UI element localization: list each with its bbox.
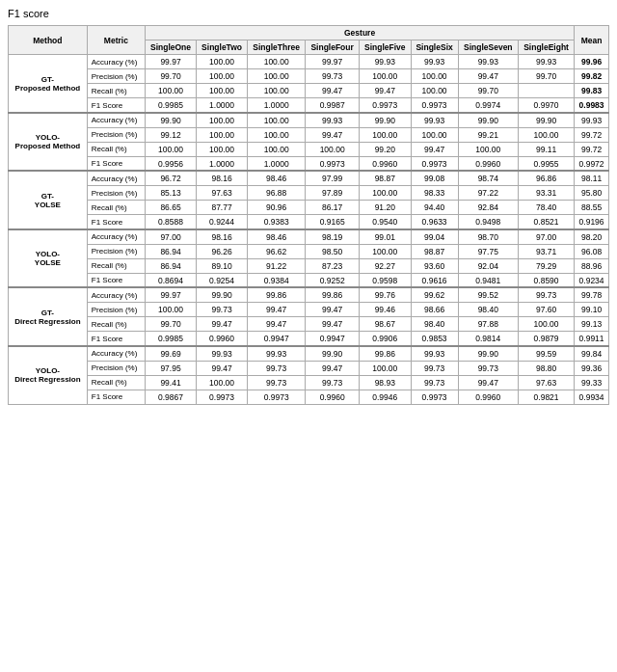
data-cell: 100.00	[518, 317, 574, 332]
data-cell: 99.90	[518, 113, 574, 128]
data-cell: 99.93	[518, 55, 574, 69]
data-cell: 1.0000	[197, 98, 248, 113]
data-cell: 100.00	[197, 84, 248, 98]
data-cell: 0.9633	[411, 215, 458, 229]
data-cell: 100.00	[197, 69, 248, 84]
data-cell: 98.87	[359, 171, 411, 186]
data-cell: 78.40	[518, 201, 574, 215]
mean-cell: 98.20	[575, 229, 609, 245]
table-row: Precision (%)97.9599.4799.7399.47100.009…	[9, 361, 609, 375]
data-cell: 92.27	[359, 258, 411, 273]
data-cell: 0.9853	[411, 332, 458, 346]
metric-cell: Precision (%)	[87, 127, 145, 142]
data-cell: 99.20	[359, 142, 411, 156]
metric-cell: Recall (%)	[87, 258, 145, 273]
data-cell: 99.47	[248, 317, 306, 332]
data-cell: 97.88	[458, 317, 518, 332]
data-cell: 99.70	[458, 84, 518, 98]
data-cell: 98.50	[306, 244, 360, 258]
data-cell: 99.86	[359, 346, 411, 362]
data-cell: 99.90	[306, 346, 360, 362]
data-cell: 0.9252	[306, 273, 360, 287]
data-cell: 98.16	[197, 229, 248, 245]
mean-cell: 0.9196	[575, 215, 609, 229]
data-cell: 96.26	[197, 244, 248, 258]
data-cell: 100.00	[145, 84, 196, 98]
data-cell: 99.04	[411, 229, 458, 245]
data-cell: 0.9384	[248, 273, 306, 287]
data-cell: 0.9970	[518, 98, 574, 113]
metric-cell: F1 Score	[87, 273, 145, 287]
metric-cell: Accuracy (%)	[87, 287, 145, 303]
table-row: GT-Proposed MethodAccuracy (%)99.97100.0…	[9, 55, 609, 69]
table-row: Recall (%)100.00100.00100.0099.4799.4710…	[9, 84, 609, 98]
data-cell: 98.40	[458, 303, 518, 317]
data-cell: 99.69	[145, 346, 196, 362]
data-cell: 85.13	[145, 186, 196, 201]
data-cell: 0.8521	[518, 215, 574, 229]
mean-cell: 99.13	[575, 317, 609, 332]
data-cell: 99.73	[306, 69, 360, 84]
mean-cell: 88.55	[575, 201, 609, 215]
data-cell: 99.73	[197, 303, 248, 317]
mean-cell: 99.10	[575, 303, 609, 317]
data-cell: 96.86	[518, 171, 574, 186]
data-cell: 100.00	[197, 127, 248, 142]
data-cell: 100.00	[306, 142, 360, 156]
data-cell: 0.9244	[197, 215, 248, 229]
data-cell: 99.93	[197, 346, 248, 362]
data-cell: 97.63	[518, 375, 574, 390]
mean-cell: 99.33	[575, 375, 609, 390]
data-cell: 99.70	[145, 317, 196, 332]
col-singlesix: SingleSix	[411, 40, 458, 55]
data-cell: 99.70	[145, 69, 196, 84]
mean-cell: 99.93	[575, 113, 609, 128]
metric-cell: Recall (%)	[87, 201, 145, 215]
method-cell: YOLO-YOLSE	[9, 229, 88, 288]
data-cell: 99.47	[411, 142, 458, 156]
data-cell: 0.9985	[145, 332, 196, 346]
table-row: GT-YOLSEAccuracy (%)96.7298.1698.4697.99…	[9, 171, 609, 186]
data-cell: 100.00	[248, 55, 306, 69]
data-cell: 100.00	[411, 69, 458, 84]
data-cell: 79.29	[518, 258, 574, 273]
mean-cell: 88.96	[575, 258, 609, 273]
mean-cell: 99.83	[575, 84, 609, 98]
metric-cell: Precision (%)	[87, 69, 145, 84]
data-cell: 0.9960	[458, 156, 518, 171]
data-cell: 0.9821	[518, 390, 574, 404]
data-cell: 97.60	[518, 303, 574, 317]
metric-cell: Recall (%)	[87, 375, 145, 390]
data-cell: 99.93	[411, 346, 458, 362]
data-cell: 0.9987	[306, 98, 360, 113]
data-cell: 99.62	[411, 287, 458, 303]
data-cell: 99.93	[411, 55, 458, 69]
data-cell: 97.00	[145, 229, 196, 245]
data-cell: 99.73	[411, 361, 458, 375]
data-cell: 98.66	[411, 303, 458, 317]
data-cell: 99.73	[518, 287, 574, 303]
data-cell: 0.9947	[306, 332, 360, 346]
data-cell: 100.00	[248, 113, 306, 128]
data-cell: 99.47	[306, 303, 360, 317]
data-cell: 100.00	[518, 127, 574, 142]
data-cell: 100.00	[197, 55, 248, 69]
table-row: YOLO-Proposed MethodAccuracy (%)99.90100…	[9, 113, 609, 128]
data-cell: 99.93	[411, 113, 458, 128]
method-header: Method	[9, 26, 88, 55]
data-cell: 99.47	[306, 127, 360, 142]
table-row: F1 Score0.85880.92440.93830.91650.95400.…	[9, 215, 609, 229]
data-cell: 100.00	[145, 142, 196, 156]
data-cell: 96.72	[145, 171, 196, 186]
data-cell: 99.70	[518, 69, 574, 84]
data-cell: 100.00	[197, 113, 248, 128]
data-cell: 99.90	[359, 113, 411, 128]
mean-cell: 99.82	[575, 69, 609, 84]
data-cell: 98.46	[248, 171, 306, 186]
data-cell: 100.00	[359, 361, 411, 375]
table-row: Recall (%)99.41100.0099.7399.7398.9399.7…	[9, 375, 609, 390]
data-cell: 100.00	[411, 127, 458, 142]
method-cell: YOLO-Proposed Method	[9, 113, 88, 172]
mean-cell: 0.9234	[575, 273, 609, 287]
metric-cell: Recall (%)	[87, 142, 145, 156]
